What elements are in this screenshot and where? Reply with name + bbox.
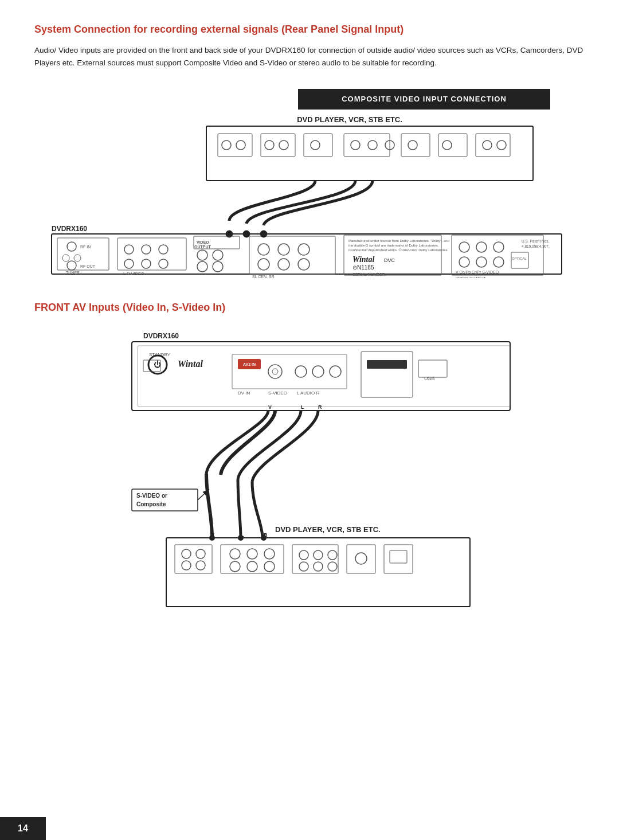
svg-text:TUNER: TUNER — [66, 271, 80, 275]
svg-point-80 — [243, 230, 250, 237]
svg-point-70 — [459, 257, 469, 267]
svg-text:Confidential Unpublished works: Confidential Unpublished works. ©1992-19… — [348, 248, 449, 252]
svg-point-20 — [442, 140, 452, 150]
svg-text:Manufactured under license fro: Manufactured under license from Dolby La… — [348, 239, 449, 243]
svg-text:V    Cb/Pb   Cr/Pr  S-VIDEO: V Cb/Pb Cr/Pr S-VIDEO — [456, 270, 499, 274]
svg-point-15 — [311, 140, 320, 150]
svg-point-123 — [230, 549, 240, 559]
svg-rect-139 — [390, 550, 407, 563]
svg-text:DVDRX160: DVDRX160 — [143, 332, 179, 340]
svg-point-95 — [312, 366, 324, 377]
svg-point-47 — [197, 261, 207, 272]
svg-point-22 — [497, 140, 506, 150]
svg-text:L      R    VIDEO: L R VIDEO — [123, 271, 144, 276]
svg-point-71 — [476, 257, 487, 267]
svg-rect-136 — [347, 545, 375, 573]
intro-text: Audio/ Video inputs are provided on the … — [34, 44, 585, 69]
svg-point-135 — [328, 562, 337, 571]
diagram1-wrapper: COMPOSITE VIDEO INPUT CONNECTION DVD PLA… — [34, 83, 585, 278]
svg-point-28 — [62, 255, 69, 261]
svg-point-55 — [298, 259, 310, 270]
svg-point-125 — [264, 549, 275, 559]
svg-point-38 — [142, 259, 151, 268]
section1-heading: System Connection for recording external… — [34, 23, 585, 36]
svg-rect-84 — [138, 346, 510, 407]
svg-point-137 — [355, 553, 367, 564]
svg-point-69 — [493, 242, 504, 252]
diagram2-svg: DVDRX160 STANDBY ⏻ Wintal AV2 IN DV IN — [86, 326, 533, 658]
svg-text:RF OUT: RF OUT — [80, 264, 96, 268]
svg-text:AV1 INPUT: AV1 INPUT — [129, 278, 152, 278]
svg-text:USB: USB — [424, 376, 435, 381]
svg-point-92 — [268, 365, 282, 378]
svg-point-94 — [295, 366, 307, 377]
svg-point-14 — [279, 140, 288, 150]
svg-point-11 — [222, 140, 231, 150]
svg-point-130 — [299, 550, 308, 560]
svg-point-124 — [247, 549, 257, 559]
svg-rect-3 — [206, 126, 533, 181]
svg-text:the double-D symbol are tradem: the double-D symbol are trademarks of Do… — [348, 244, 439, 247]
svg-point-134 — [314, 562, 323, 571]
svg-point-131 — [314, 550, 323, 560]
svg-text:VIDEO: VIDEO — [197, 240, 209, 244]
svg-text:Wintal: Wintal — [352, 255, 374, 264]
svg-point-81 — [260, 230, 267, 237]
svg-point-67 — [459, 242, 469, 252]
svg-point-16 — [351, 140, 360, 150]
diagram2-wrapper: DVDRX160 STANDBY ⏻ Wintal AV2 IN DV IN — [34, 326, 585, 658]
svg-point-39 — [159, 259, 168, 268]
svg-text:DV IN: DV IN — [238, 390, 250, 396]
svg-point-30 — [67, 261, 76, 270]
svg-point-127 — [247, 561, 257, 572]
svg-point-45 — [197, 250, 207, 260]
svg-point-128 — [264, 561, 275, 572]
svg-point-48 — [213, 261, 223, 272]
svg-point-21 — [483, 140, 492, 150]
page-number: 14 — [0, 817, 46, 840]
svg-text:4,819,098;4,907,: 4,819,098;4,907, — [522, 244, 550, 248]
svg-text:L    AUDIO   R: L AUDIO R — [297, 390, 319, 396]
svg-text:DVDRX160: DVDRX160 — [52, 225, 87, 233]
svg-point-79 — [226, 230, 233, 237]
svg-point-96 — [330, 366, 341, 377]
svg-point-12 — [236, 140, 245, 150]
svg-point-51 — [278, 244, 289, 255]
svg-point-35 — [142, 245, 151, 254]
diagram1-svg: COMPOSITE VIDEO INPUT CONNECTION DVD PLA… — [34, 83, 585, 278]
svg-text:S-VIDEO: S-VIDEO — [268, 390, 287, 396]
svg-point-93 — [272, 369, 278, 374]
svg-rect-117 — [175, 545, 212, 573]
svg-rect-103 — [361, 351, 413, 397]
svg-point-126 — [230, 561, 240, 572]
svg-text:L: L — [301, 404, 304, 410]
svg-rect-8 — [401, 134, 430, 157]
svg-rect-5 — [261, 134, 295, 157]
svg-point-46 — [213, 250, 223, 260]
svg-text:S-VIDEO or: S-VIDEO or — [136, 493, 167, 499]
svg-point-50 — [258, 244, 269, 255]
svg-point-19 — [408, 140, 417, 150]
svg-text:SERIAL NUMBER:: SERIAL NUMBER: — [352, 272, 386, 276]
svg-point-132 — [328, 550, 337, 560]
svg-rect-104 — [367, 360, 407, 369]
svg-text:VIDEO OUTPUT: VIDEO OUTPUT — [456, 276, 486, 278]
svg-point-68 — [476, 242, 487, 252]
svg-rect-102 — [418, 360, 447, 377]
svg-point-118 — [182, 549, 191, 558]
svg-text:Wintal: Wintal — [178, 359, 203, 369]
svg-point-17 — [368, 140, 377, 150]
svg-point-121 — [196, 561, 205, 570]
svg-point-29 — [74, 255, 81, 261]
page-container: System Connection for recording external… — [0, 0, 619, 716]
svg-point-53 — [258, 259, 269, 270]
svg-rect-4 — [218, 134, 252, 157]
svg-text:Composite: Composite — [136, 501, 166, 507]
svg-text:SL    CEN.    SR: SL CEN. SR — [252, 275, 275, 278]
svg-text:OUTPUT: OUTPUT — [194, 245, 211, 249]
svg-text:⏻: ⏻ — [154, 360, 161, 369]
svg-point-13 — [265, 140, 274, 150]
svg-text:⊙N1185: ⊙N1185 — [352, 264, 374, 271]
svg-rect-138 — [384, 545, 413, 573]
section2-heading: FRONT AV Inputs (Video In, S-Video In) — [34, 301, 585, 314]
